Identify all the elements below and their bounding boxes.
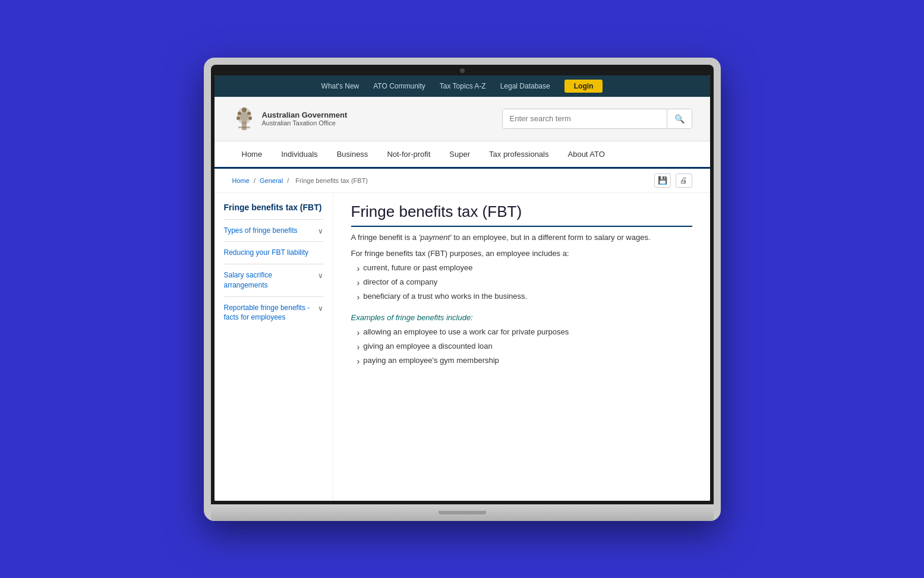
svg-point-4 — [236, 116, 240, 120]
breadcrumb-home[interactable]: Home — [232, 177, 250, 184]
page-title: Fringe benefits tax (FBT) — [351, 203, 692, 227]
sidebar-item-label-0: Types of fringe benefits — [224, 226, 314, 236]
nav-business[interactable]: Business — [327, 141, 378, 167]
crest-icon — [232, 104, 256, 134]
save-action-button[interactable]: 💾 — [654, 173, 671, 188]
svg-rect-8 — [238, 127, 250, 128]
sidebar-item-label-2: Salary sacrifice arrangements — [224, 270, 314, 290]
example-list-item-1: giving an employee a discounted loan — [357, 340, 692, 354]
sidebar-item-1[interactable]: Reducing your FBT liability — [224, 241, 323, 264]
top-nav-community[interactable]: ATO Community — [373, 82, 425, 90]
screen-bezel: What's New ATO Community Tax Topics A-Z … — [211, 65, 714, 504]
laptop-shell: What's New ATO Community Tax Topics A-Z … — [204, 58, 721, 521]
sidebar: Fringe benefits tax (FBT) Types of fring… — [215, 193, 333, 501]
chevron-down-icon-3: ∨ — [318, 304, 323, 312]
logo-text: Australian Government Australian Taxatio… — [262, 110, 348, 127]
nav-about-ato[interactable]: About ATO — [559, 141, 614, 167]
employee-list: current, future or past employee directo… — [357, 261, 692, 305]
svg-point-6 — [240, 112, 248, 122]
breadcrumb-bar: Home / General / Fringe benefits tax (FB… — [215, 169, 710, 193]
top-nav-tax-topics[interactable]: Tax Topics A-Z — [440, 82, 486, 90]
sidebar-item-3[interactable]: Reportable fringe benefits - facts for e… — [224, 296, 323, 329]
breadcrumb-actions: 💾 🖨 — [654, 173, 692, 188]
dept-label: Australian Taxation Office — [262, 119, 348, 127]
sidebar-item-label-1: Reducing your FBT liability — [224, 248, 323, 258]
svg-rect-7 — [242, 122, 247, 130]
top-nav: What's New ATO Community Tax Topics A-Z … — [215, 75, 710, 97]
employee-list-item-2: beneficiary of a trust who works in the … — [357, 290, 692, 304]
sidebar-item-label-3: Reportable fringe benefits - facts for e… — [224, 303, 314, 323]
laptop-base — [211, 504, 714, 521]
sidebar-title: Fringe benefits tax (FBT) — [224, 203, 323, 212]
main-content: Fringe benefits tax (FBT) A fringe benef… — [333, 193, 710, 501]
login-button[interactable]: Login — [565, 80, 603, 93]
laptop-notch — [439, 511, 486, 514]
search-button[interactable]: 🔍 — [667, 109, 692, 128]
website: What's New ATO Community Tax Topics A-Z … — [215, 75, 710, 501]
search-box: 🔍 — [502, 109, 692, 129]
employee-list-item-0: current, future or past employee — [357, 261, 692, 276]
breadcrumb-general[interactable]: General — [260, 177, 283, 184]
intro-paragraph: A fringe benefit is a 'payment' to an em… — [351, 232, 692, 244]
nav-home[interactable]: Home — [232, 141, 272, 167]
employee-list-item-1: director of a company — [357, 276, 692, 290]
breadcrumb-sep-1: / — [254, 177, 257, 184]
page-layout: Fringe benefits tax (FBT) Types of fring… — [215, 193, 710, 501]
govt-label: Australian Government — [262, 110, 348, 119]
breadcrumb-sep-2: / — [287, 177, 291, 184]
print-action-button[interactable]: 🖨 — [676, 173, 692, 188]
camera — [460, 68, 465, 73]
breadcrumb: Home / General / Fringe benefits tax (FB… — [232, 177, 371, 184]
top-nav-legal[interactable]: Legal Database — [500, 82, 550, 90]
examples-list: allowing an employee to use a work car f… — [357, 326, 692, 369]
nav-tax-professionals[interactable]: Tax professionals — [480, 141, 558, 167]
nav-individuals[interactable]: Individuals — [272, 141, 327, 167]
nav-super[interactable]: Super — [440, 141, 480, 167]
logo-area: Australian Government Australian Taxatio… — [232, 104, 348, 134]
breadcrumb-current: Fringe benefits tax (FBT) — [295, 177, 368, 184]
examples-label: Examples of fringe benefits include: — [351, 313, 692, 322]
content-area: Home / General / Fringe benefits tax (FB… — [215, 169, 710, 501]
main-nav: Home Individuals Business Not-for-profit… — [215, 141, 710, 169]
screen: What's New ATO Community Tax Topics A-Z … — [215, 75, 710, 501]
example-list-item-0: allowing an employee to use a work car f… — [357, 326, 692, 340]
employee-includes-label: For fringe benefits tax (FBT) purposes, … — [351, 249, 692, 258]
top-nav-whats-new[interactable]: What's New — [321, 82, 359, 90]
search-input[interactable] — [503, 109, 667, 128]
chevron-down-icon-0: ∨ — [318, 227, 323, 235]
sidebar-item-0[interactable]: Types of fringe benefits ∨ — [224, 219, 323, 242]
sidebar-item-2[interactable]: Salary sacrifice arrangements ∨ — [224, 264, 323, 296]
svg-point-1 — [242, 108, 247, 112]
chevron-down-icon-2: ∨ — [318, 271, 323, 280]
nav-not-for-profit[interactable]: Not-for-profit — [377, 141, 440, 167]
svg-point-5 — [248, 116, 252, 120]
example-list-item-2: paying an employee's gym membership — [357, 354, 692, 368]
site-header: Australian Government Australian Taxatio… — [215, 97, 710, 141]
